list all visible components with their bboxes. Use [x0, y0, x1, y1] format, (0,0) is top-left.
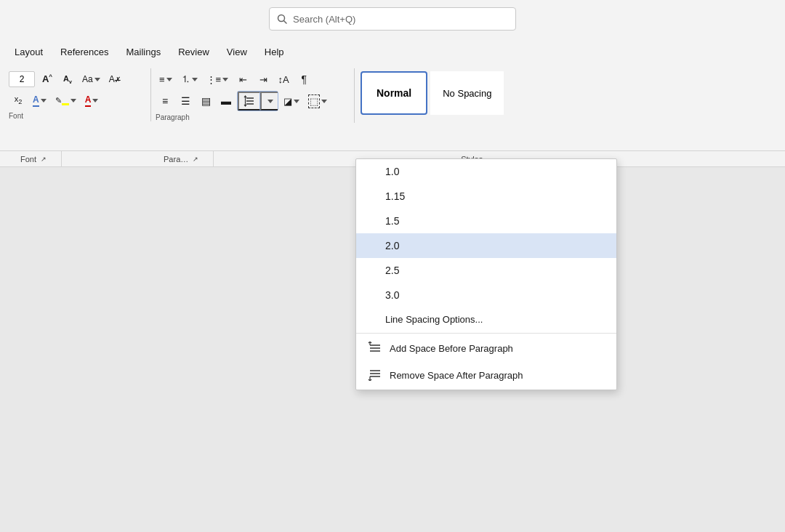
subscript-icon: x2	[15, 94, 23, 105]
clear-format-btn[interactable]: A✗	[105, 70, 124, 89]
no-spacing-style-label: No Spacing	[443, 88, 491, 99]
font-color-btn[interactable]: A	[29, 91, 50, 110]
add-space-before-btn[interactable]: Add Space Before Paragraph	[356, 335, 616, 361]
line-spacing-group	[237, 91, 278, 111]
spacing-1-5[interactable]: 1.5	[356, 209, 616, 233]
title-bar: Search (Alt+Q)	[0, 0, 785, 38]
font-color-icon: A	[33, 94, 39, 107]
center-btn[interactable]: ☰	[176, 92, 195, 110]
borders-caret	[321, 100, 327, 103]
para-section-label: Paragraph	[156, 113, 350, 121]
align-left-icon: ≡	[162, 95, 168, 107]
normal-style-label: Normal	[377, 87, 411, 99]
increase-font-btn[interactable]: A^	[38, 70, 57, 89]
highlight-btn[interactable]: ✎	[52, 91, 80, 110]
change-case-icon: Aa	[82, 74, 93, 84]
justify-btn[interactable]: ▬	[217, 92, 236, 110]
sort-btn[interactable]: ↕A	[274, 70, 293, 89]
pilcrow-icon: ¶	[301, 73, 307, 85]
spacing-3-0[interactable]: 3.0	[356, 283, 616, 307]
spacing-1-0[interactable]: 1.0	[356, 159, 616, 184]
menu-item-mailings[interactable]: Mailings	[118, 42, 170, 62]
font-color-caret	[41, 99, 47, 102]
numbered-list-btn[interactable]: ⒈	[177, 70, 201, 89]
decrease-font-icon: Av	[63, 74, 72, 84]
center-icon: ☰	[181, 95, 190, 107]
menu-bar: Layout References Mailings Review View H…	[0, 38, 785, 65]
borders-icon: ⬚	[308, 94, 320, 108]
line-spacing-dropdown: 1.0 1.15 1.5 2.0 2.5 3.0 Line Spacing Op…	[355, 158, 617, 390]
para-section-label-bar: Para… ↗	[149, 151, 214, 166]
para-expand-icon[interactable]: ↗	[193, 156, 198, 163]
font-section-label-bar: Font ↗	[6, 151, 62, 166]
decrease-indent-btn[interactable]: ⇤	[233, 70, 252, 89]
show-hide-btn[interactable]: ¶	[294, 70, 313, 89]
text-color-caret	[92, 99, 98, 102]
search-box[interactable]: Search (Alt+Q)	[269, 7, 516, 31]
multilevel-icon: ⋮≡	[206, 74, 222, 85]
decrease-font-btn[interactable]: Av	[58, 70, 77, 89]
add-space-before-icon	[368, 342, 382, 355]
justify-icon: ▬	[221, 95, 231, 107]
line-spacing-btn[interactable]	[238, 92, 260, 110]
search-icon	[277, 14, 287, 24]
ribbon: A^ Av Aa A✗ x2 A	[0, 65, 785, 151]
numbered-caret	[192, 78, 198, 81]
remove-space-after-icon	[368, 368, 382, 383]
align-right-icon: ▤	[201, 95, 211, 107]
bullets-caret	[166, 78, 172, 81]
spacing-1-15[interactable]: 1.15	[356, 184, 616, 209]
text-color-btn[interactable]: A	[81, 91, 102, 110]
borders-btn[interactable]: ⬚	[305, 92, 331, 110]
line-spacing-options[interactable]: Line Spacing Options...	[356, 307, 616, 331]
normal-style-card[interactable]: Normal	[361, 71, 427, 115]
line-spacing-dropdown-btn[interactable]	[260, 92, 278, 110]
decrease-indent-icon: ⇤	[239, 74, 247, 85]
spacing-2-0[interactable]: 2.0	[356, 233, 616, 258]
menu-item-review[interactable]: Review	[169, 42, 218, 62]
font-size-input[interactable]	[9, 71, 35, 87]
spacing-2-5[interactable]: 2.5	[356, 258, 616, 283]
multilevel-btn[interactable]: ⋮≡	[203, 70, 233, 89]
shading-caret	[294, 100, 299, 103]
svg-line-1	[284, 21, 287, 24]
line-spacing-caret	[267, 100, 273, 103]
case-caret	[94, 78, 100, 81]
font-section-label: Font	[9, 112, 148, 120]
shading-icon: ◪	[283, 96, 292, 107]
remove-space-after-btn[interactable]: Remove Space After Paragraph	[356, 361, 616, 390]
styles-section: Normal No Spacing	[355, 68, 779, 118]
menu-item-view[interactable]: View	[218, 42, 256, 62]
shading-btn[interactable]: ◪	[280, 92, 303, 110]
align-right-btn[interactable]: ▤	[196, 92, 215, 110]
no-spacing-style-card[interactable]: No Spacing	[430, 71, 504, 115]
menu-item-layout[interactable]: Layout	[6, 42, 52, 62]
align-left-btn[interactable]: ≡	[156, 92, 174, 110]
text-color-icon: A	[85, 94, 92, 107]
increase-indent-icon: ⇥	[259, 74, 267, 85]
clear-format-icon: A✗	[109, 74, 121, 84]
font-expand-icon[interactable]: ↗	[41, 156, 47, 163]
bullets-icon: ≡	[159, 74, 165, 85]
change-case-btn[interactable]: Aa	[78, 70, 104, 89]
increase-font-icon: A^	[42, 73, 52, 84]
line-spacing-icon	[243, 95, 255, 107]
sort-icon: ↕A	[278, 74, 289, 85]
highlight-caret	[71, 99, 76, 102]
numbered-list-icon: ⒈	[181, 73, 190, 86]
multilevel-caret	[222, 78, 228, 81]
menu-item-references[interactable]: References	[52, 42, 117, 62]
subscript-btn[interactable]: x2	[9, 91, 28, 110]
dropdown-divider	[356, 333, 616, 334]
bullets-btn[interactable]: ≡	[156, 70, 176, 89]
menu-item-help[interactable]: Help	[256, 42, 293, 62]
increase-indent-btn[interactable]: ⇥	[254, 70, 273, 89]
highlight-icon: ✎	[55, 96, 69, 105]
search-placeholder: Search (Alt+Q)	[293, 14, 355, 25]
